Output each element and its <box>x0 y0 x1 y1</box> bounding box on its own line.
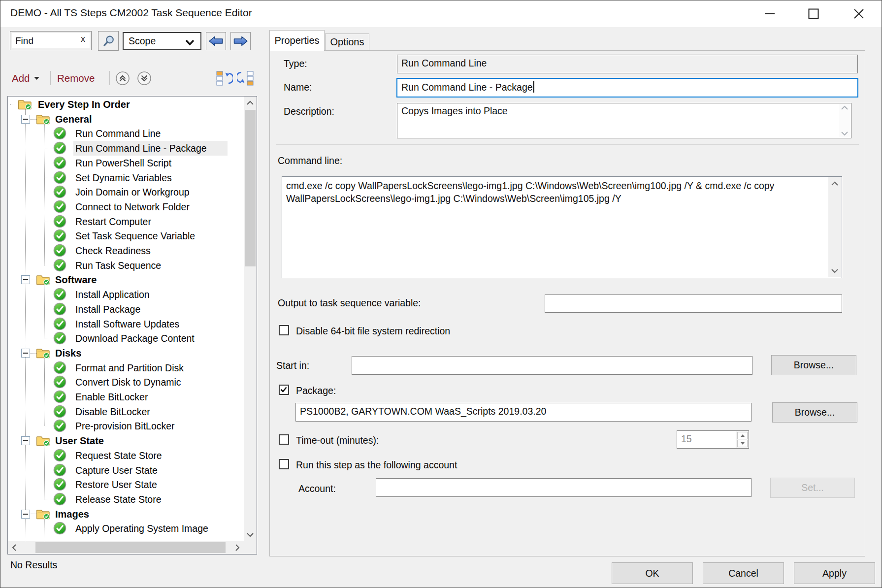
step-success-icon <box>53 390 66 405</box>
tree-item-user-state[interactable]: User State <box>8 433 244 448</box>
tree-collapse-toggle[interactable] <box>21 510 30 519</box>
close-button[interactable] <box>843 0 875 27</box>
tree-item-label: Request State Store <box>73 448 164 463</box>
package-checkbox[interactable] <box>279 385 289 395</box>
name-field[interactable]: Run Command Line - Package <box>396 78 858 98</box>
step-success-icon <box>53 259 66 274</box>
clear-find-button[interactable]: x <box>81 34 85 44</box>
scroll-up-arrow-icon[interactable] <box>244 97 257 109</box>
scope-dropdown[interactable]: Scope <box>123 32 201 50</box>
tree-vertical-scrollbar[interactable] <box>244 97 257 541</box>
remove-button[interactable]: Remove <box>57 70 95 87</box>
scroll-up-arrow-icon[interactable] <box>831 181 839 186</box>
step-success-icon <box>53 449 66 464</box>
tree-item-install-software-updates[interactable]: Install Software Updates <box>8 317 244 331</box>
scroll-down-arrow-icon[interactable] <box>841 131 849 136</box>
tree-item-restart-computer[interactable]: Restart Computer <box>8 214 244 229</box>
tree-item-install-package[interactable]: Install Package <box>8 302 244 317</box>
tree-vscroll-thumb[interactable] <box>245 110 256 266</box>
find-next-button[interactable] <box>230 32 251 50</box>
tree-item-disable-bitlocker[interactable]: Disable BitLocker <box>8 404 244 419</box>
cancel-button[interactable]: Cancel <box>703 562 784 584</box>
description-scrollbar[interactable] <box>839 104 850 137</box>
tree-item-pre-provision-bitlocker[interactable]: Pre-provision BitLocker <box>8 419 244 433</box>
expand-tree-icon <box>216 70 233 86</box>
tree-item-run-task-sequence[interactable]: Run Task Sequence <box>8 258 244 273</box>
scroll-up-arrow-icon[interactable] <box>841 105 849 110</box>
tree-item-format-and-partition-disk[interactable]: Format and Partition Disk <box>8 360 244 375</box>
move-step-down-button[interactable] <box>137 71 152 86</box>
run-as-account-checkbox[interactable] <box>279 459 289 469</box>
command-line-field[interactable]: cmd.exe /c copy WallPapersLockScreens\le… <box>282 176 842 278</box>
start-in-label: Start in: <box>276 360 309 371</box>
tree-collapse-toggle[interactable] <box>21 349 30 358</box>
tree-collapse-toggle[interactable] <box>21 275 30 284</box>
tab-properties[interactable]: Properties <box>269 30 325 51</box>
tree-item-release-state-store[interactable]: Release State Store <box>8 492 244 507</box>
account-field[interactable] <box>376 478 751 497</box>
maximize-button[interactable] <box>798 0 829 27</box>
step-success-icon <box>53 419 66 434</box>
tree-item-install-application[interactable]: Install Application <box>8 287 244 302</box>
tree-item-label: Set Task Sequence Variable <box>73 229 197 243</box>
tree-item-set-dynamic-variables[interactable]: Set Dynamic Variables <box>8 170 244 185</box>
tree-item-general[interactable]: General <box>8 112 244 127</box>
tree-horizontal-scrollbar[interactable] <box>8 541 244 554</box>
tree-item-request-state-store[interactable]: Request State Store <box>8 448 244 463</box>
tree-item-apply-operating-system-image[interactable]: Apply Operating System Image <box>8 521 244 536</box>
collapse-all-button[interactable] <box>237 70 254 88</box>
search-button[interactable] <box>98 31 119 51</box>
tree-item-label: User State <box>55 433 104 448</box>
ok-button[interactable]: OK <box>612 562 693 584</box>
package-field[interactable]: PS1000B2, GARYTOWN.COM WaaS_Scripts 2019… <box>295 403 751 422</box>
scroll-down-arrow-icon[interactable] <box>831 268 839 273</box>
scroll-down-arrow-icon[interactable] <box>244 528 257 541</box>
tree-item-convert-disk-to-dynamic[interactable]: Convert Disk to Dynamic <box>8 375 244 390</box>
spinner-up-button[interactable] <box>737 432 748 439</box>
tree-item-images[interactable]: Images <box>8 507 244 522</box>
output-variable-field[interactable] <box>545 294 842 313</box>
tree-item-run-command-line[interactable]: Run Command Line <box>8 126 244 141</box>
tree-item-set-task-sequence-variable[interactable]: Set Task Sequence Variable <box>8 229 244 243</box>
section-separator <box>276 144 859 145</box>
timeout-spinner[interactable]: 15 <box>677 430 749 449</box>
tree-collapse-toggle[interactable] <box>21 436 30 445</box>
tree-hscroll-thumb[interactable] <box>35 542 226 553</box>
tree-item-label: Run Task Sequence <box>73 258 163 273</box>
add-button[interactable]: Add <box>12 70 40 87</box>
find-input[interactable]: Find x <box>10 31 92 50</box>
move-step-up-button[interactable] <box>115 71 130 86</box>
spinner-down-button[interactable] <box>737 440 748 447</box>
package-browse-button[interactable]: Browse... <box>772 402 857 423</box>
find-previous-button[interactable] <box>206 32 226 50</box>
expand-all-button[interactable] <box>216 70 233 88</box>
tree-item-disks[interactable]: Disks <box>8 346 244 360</box>
tab-options[interactable]: Options <box>325 33 369 50</box>
tree-item-restore-user-state[interactable]: Restore User State <box>8 477 244 492</box>
tree-collapse-toggle[interactable] <box>21 115 30 124</box>
tree-item-check-readiness[interactable]: Check Readiness <box>8 243 244 258</box>
tree-item-software[interactable]: Software <box>8 272 244 287</box>
tree-item-run-command-line-package[interactable]: Run Command Line - Package <box>8 141 244 156</box>
tree-item-label: Run Command Line - Package <box>73 141 228 156</box>
tree-item-label: Enable BitLocker <box>73 390 150 404</box>
tree-item-every-step-in-order[interactable]: Every Step In Order <box>8 97 244 112</box>
command-line-scrollbar[interactable] <box>828 177 841 277</box>
tree-item-label: Software <box>55 272 97 287</box>
timeout-checkbox[interactable] <box>279 434 289 445</box>
description-field[interactable]: Copys Images into Place <box>397 103 851 138</box>
step-success-icon <box>53 302 66 318</box>
tree-item-connect-to-network-folder[interactable]: Connect to Network Folder <box>8 199 244 214</box>
start-in-field[interactable] <box>352 356 752 375</box>
tree-item-download-package-content[interactable]: Download Package Content <box>8 331 244 346</box>
tree-item-enable-bitlocker[interactable]: Enable BitLocker <box>8 390 244 404</box>
apply-button[interactable]: Apply <box>794 562 875 584</box>
tree-item-capture-user-state[interactable]: Capture User State <box>8 463 244 478</box>
tree-item-run-powershell-script[interactable]: Run PowerShell Script <box>8 156 244 170</box>
minimize-button[interactable] <box>754 0 785 27</box>
start-in-browse-button[interactable]: Browse... <box>771 355 856 375</box>
disable-64bit-checkbox[interactable] <box>279 325 289 335</box>
tree-item-join-domain-or-workgroup[interactable]: Join Domain or Workgroup <box>8 185 244 199</box>
scroll-right-arrow-icon[interactable] <box>231 541 244 554</box>
scroll-left-arrow-icon[interactable] <box>8 541 21 554</box>
